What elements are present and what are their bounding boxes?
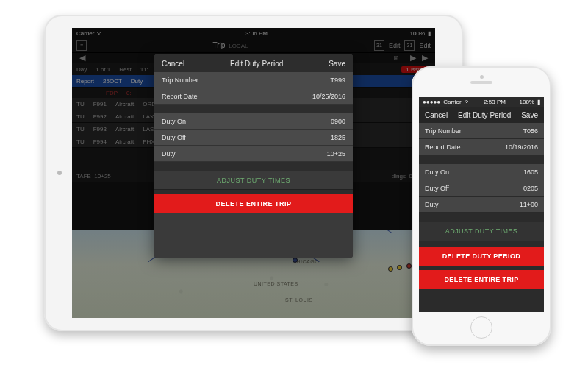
field-value: 1825 (331, 134, 345, 141)
field-label: Trip Number (425, 127, 462, 135)
edit-duty-modal: Cancel Edit Duty Period Save Trip Number… (154, 54, 353, 258)
iphone-status-bar: ●●●●● Carrier ᯤ 2:53 PM 100% ▮ (419, 97, 544, 107)
field-duty-total[interactable]: Duty 11+00 (419, 197, 544, 213)
modal-header: Cancel Edit Duty Period Save (154, 54, 353, 72)
ipad-device-frame: Carrier ᯤ 3:06 PM 100% ▮ ≡ Trip LOCAL 31… (44, 15, 463, 331)
wifi-icon: ᯤ (465, 99, 470, 105)
modal-tail (154, 213, 353, 258)
section-gap (419, 155, 544, 164)
save-button[interactable]: Save (521, 111, 538, 119)
field-value: 11+00 (520, 201, 538, 208)
field-trip-number[interactable]: Trip Number T056 (419, 123, 544, 139)
field-value: T056 (523, 127, 538, 135)
page-title: Edit Duty Period (458, 111, 511, 119)
battery-icon: ▮ (537, 99, 540, 105)
iphone-device-frame: ●●●●● Carrier ᯤ 2:53 PM 100% ▮ Cancel Ed… (412, 66, 551, 346)
iphone-home-button[interactable] (470, 316, 492, 339)
field-label: Trip Number (162, 77, 198, 84)
field-label: Report Date (162, 93, 198, 100)
iphone-camera (480, 75, 484, 79)
field-duty-off[interactable]: Duty Off 1825 (154, 130, 353, 146)
screen-tail (419, 294, 544, 312)
cancel-button[interactable]: Cancel (425, 111, 448, 119)
field-report-date[interactable]: Report Date 10/25/2016 (154, 88, 353, 105)
signal-icon: ●●●●● (423, 99, 440, 105)
adjust-duty-times-button[interactable]: ADJUST DUTY TIMES (419, 222, 544, 241)
ipad-screen: Carrier ᯤ 3:06 PM 100% ▮ ≡ Trip LOCAL 31… (72, 28, 435, 318)
field-duty-on[interactable]: Duty On 0900 (154, 113, 353, 130)
ipad-camera (57, 171, 62, 175)
field-value: 10+25 (327, 150, 345, 158)
field-value: T999 (330, 77, 345, 84)
carrier-label: Carrier (443, 99, 461, 105)
delete-entire-trip-button[interactable]: DELETE ENTIRE TRIP (154, 194, 353, 213)
field-duty-on[interactable]: Duty On 1605 (419, 164, 544, 180)
modal-title: Edit Duty Period (230, 60, 283, 68)
field-trip-number[interactable]: Trip Number T999 (154, 72, 353, 88)
iphone-screen: ●●●●● Carrier ᯤ 2:53 PM 100% ▮ Cancel Ed… (419, 97, 544, 312)
section-gap (419, 213, 544, 222)
clock: 2:53 PM (484, 99, 506, 105)
field-value: 0900 (331, 118, 345, 125)
section-gap (419, 241, 544, 247)
field-report-date[interactable]: Report Date 10/19/2016 (419, 139, 544, 155)
iphone-navbar: Cancel Edit Duty Period Save (419, 107, 544, 123)
field-label: Duty Off (162, 134, 186, 141)
section-gap (154, 162, 353, 171)
delete-duty-period-button[interactable]: DELETE DUTY PERIOD (419, 247, 544, 266)
field-label: Duty (425, 201, 439, 208)
cancel-button[interactable]: Cancel (162, 60, 184, 68)
field-duty-off[interactable]: Duty Off 0205 (419, 180, 544, 197)
field-label: Duty On (425, 169, 449, 176)
delete-entire-trip-button[interactable]: DELETE ENTIRE TRIP (419, 270, 544, 289)
iphone-speaker (470, 81, 492, 84)
field-label: Duty On (162, 118, 186, 125)
field-label: Report Date (425, 144, 461, 151)
field-value: 10/19/2016 (505, 144, 538, 151)
field-label: Duty (162, 150, 176, 158)
field-duty-total[interactable]: Duty 10+25 (154, 146, 353, 162)
save-button[interactable]: Save (329, 60, 345, 68)
adjust-duty-times-button[interactable]: ADJUST DUTY TIMES (154, 171, 353, 190)
field-label: Duty Off (425, 185, 449, 192)
section-gap (154, 105, 353, 113)
field-value: 1605 (523, 169, 538, 176)
battery-label: 100% (520, 99, 534, 105)
field-value: 0205 (523, 185, 538, 192)
field-value: 10/25/2016 (312, 93, 345, 100)
